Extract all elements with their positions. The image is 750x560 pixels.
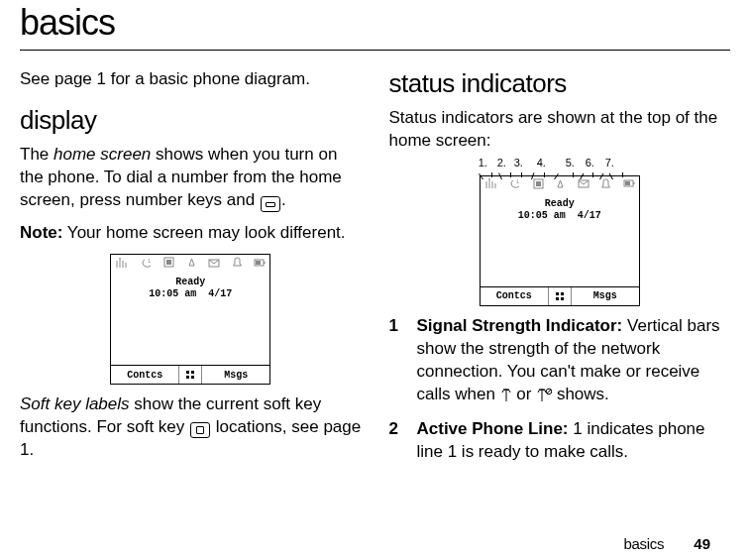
roam-icon (186, 257, 197, 268)
svg-line-23 (547, 390, 551, 393)
phone-screen: 1 Ready 10:05 am 4/17 (481, 176, 639, 305)
screen-center: Ready 10:05 am 4/17 (111, 271, 269, 365)
text: The (20, 145, 54, 164)
display-note: Note: Your home screen may look differen… (20, 222, 362, 245)
svg-rect-19 (561, 292, 564, 295)
svg-rect-6 (264, 262, 266, 264)
text: or (512, 385, 537, 403)
message-icon (208, 258, 220, 268)
page-title: basics (20, 0, 730, 50)
item-title: Signal Strength Indicator: (417, 316, 623, 335)
text: shows. (552, 385, 609, 403)
battery-icon (254, 258, 266, 268)
menu-key-icon (548, 287, 572, 305)
softkey-key-icon (190, 422, 210, 438)
time-date: 10:05 am 4/17 (481, 210, 639, 222)
softkey-term: Soft key labels (20, 394, 130, 413)
right-column: status indicators Status indicators are … (389, 68, 731, 474)
roam-icon (555, 178, 566, 189)
item-title: Active Phone Line: (417, 419, 569, 438)
label-tick-lines (481, 172, 639, 178)
note-label: Note: (20, 223, 62, 242)
svg-rect-16 (625, 181, 630, 185)
item-number: 2 (389, 418, 403, 464)
svg-text:1: 1 (516, 179, 519, 185)
svg-rect-9 (186, 376, 189, 379)
screen-center: Ready 10:05 am 4/17 (481, 192, 639, 286)
data-icon (533, 178, 544, 189)
signal-icon (115, 258, 129, 268)
no-signal-slash-icon (536, 386, 552, 408)
footer-section-label: basics (623, 535, 664, 552)
ring-icon (600, 178, 611, 189)
footer-page-number: 49 (694, 535, 710, 552)
date: 4/17 (208, 288, 232, 299)
active-line-icon: 1 (509, 178, 521, 188)
menu-key-icon (178, 366, 202, 384)
columns: See page 1 for a basic phone diagram. di… (20, 68, 730, 474)
label-5: 5. (566, 157, 575, 168)
svg-rect-17 (633, 182, 635, 184)
message-icon (578, 178, 589, 188)
svg-rect-13 (536, 181, 541, 186)
label-2: 2. (497, 157, 506, 168)
date: 4/17 (578, 210, 601, 221)
ready-label: Ready (481, 198, 639, 210)
phone-mock-2: 1. 2. 3. 4. 5. 6. 7. (389, 176, 731, 305)
status-indicator-list: 1 Signal Strength Indicator: Vertical ba… (389, 315, 731, 464)
status-bar: 1 (481, 176, 639, 192)
status-intro: Status indicators are shown at the top o… (389, 107, 731, 153)
phone-mock-1: 1 Ready (20, 255, 362, 384)
page-footer: basics 49 (623, 535, 710, 552)
softkey-bar: Contcs Msgs (111, 365, 269, 384)
active-line-icon: 1 (141, 258, 153, 268)
svg-rect-8 (191, 371, 194, 374)
title-rule (20, 50, 730, 51)
svg-text:1: 1 (148, 259, 151, 265)
label-4: 4. (537, 157, 546, 168)
softkey-right: Msgs (202, 370, 269, 381)
svg-rect-18 (556, 292, 559, 295)
page: basics See page 1 for a basic phone diag… (0, 0, 750, 560)
time: 10:05 am (149, 288, 196, 299)
send-key-icon (261, 196, 280, 212)
time: 10:05 am (518, 210, 566, 221)
home-screen-term: home screen (54, 145, 151, 164)
item-number: 1 (389, 315, 403, 408)
svg-rect-20 (556, 297, 559, 300)
data-icon (163, 257, 174, 268)
display-heading: display (20, 105, 362, 136)
phone: 1. 2. 3. 4. 5. 6. 7. (481, 176, 639, 305)
softkey-right: Msgs (572, 290, 639, 301)
ready-label: Ready (111, 277, 269, 288)
signal-icon (484, 178, 498, 188)
item-content: Active Phone Line: 1 indicates phone lin… (417, 418, 731, 464)
svg-rect-21 (561, 297, 564, 300)
label-3: 3. (514, 157, 523, 168)
softkey-bar: Contcs Msgs (481, 286, 639, 305)
time-date: 10:05 am 4/17 (111, 288, 269, 300)
status-indicators-heading: status indicators (389, 68, 731, 99)
label-7: 7. (605, 157, 614, 168)
no-signal-icon (500, 386, 512, 408)
svg-rect-10 (191, 376, 194, 379)
softkey-left: Contcs (481, 290, 548, 301)
list-item: 2 Active Phone Line: 1 indicates phone l… (389, 418, 731, 464)
label-1: 1. (479, 157, 487, 168)
softkey-paragraph: Soft key labels show the current soft ke… (20, 393, 362, 462)
svg-rect-2 (166, 260, 171, 265)
softkey-left: Contcs (111, 370, 178, 381)
left-column: See page 1 for a basic phone diagram. di… (20, 68, 362, 474)
svg-rect-7 (186, 371, 189, 374)
text: . (281, 190, 286, 209)
intro-text: See page 1 for a basic phone diagram. (20, 68, 362, 91)
svg-rect-5 (256, 261, 261, 265)
status-bar: 1 (111, 255, 269, 271)
battery-icon (623, 178, 635, 188)
phone: 1 Ready (111, 255, 269, 384)
label-6: 6. (586, 157, 594, 168)
ring-icon (232, 257, 243, 268)
note-text: Your home screen may look different. (62, 223, 345, 242)
phone-screen: 1 Ready (111, 255, 269, 384)
list-item: 1 Signal Strength Indicator: Vertical ba… (389, 315, 731, 408)
